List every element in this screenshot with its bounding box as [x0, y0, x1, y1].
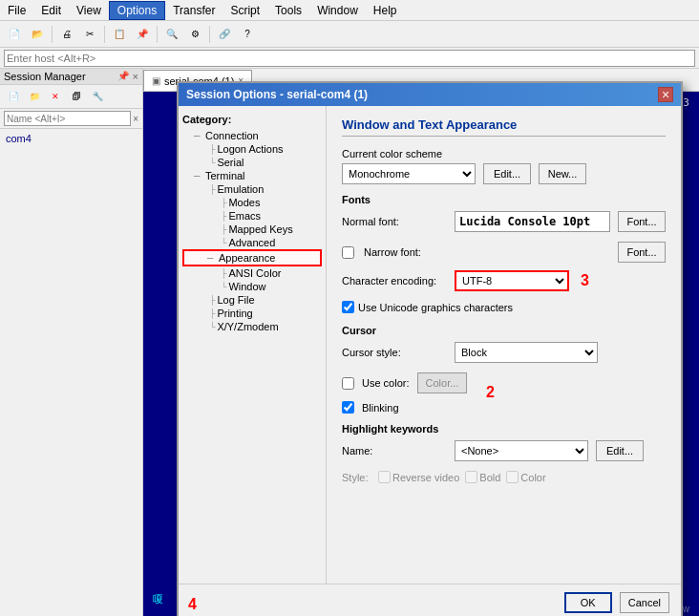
tree-xyzmodem[interactable]: └ X/Y/Zmodem	[182, 320, 322, 333]
connector-advanced: └	[221, 238, 226, 247]
color-scheme-edit-btn[interactable]: Edit...	[483, 163, 531, 184]
menu-transfer[interactable]: Transfer	[165, 2, 222, 19]
content-panel: Window and Text Appearance Current color…	[327, 106, 681, 584]
cursor-section-label: Cursor	[342, 325, 666, 336]
color-style-checkbox[interactable]	[506, 471, 519, 483]
highlight-name-select[interactable]: <None>	[455, 440, 588, 461]
terminal-text: 嗄	[153, 592, 163, 606]
encoding-label: Character encoding:	[342, 275, 447, 287]
sidebar-item-com4[interactable]: com4	[2, 131, 140, 146]
cancel-button[interactable]: Cancel	[620, 592, 669, 613]
tree-label-window: Window	[228, 281, 265, 292]
narrow-font-btn[interactable]: Font...	[618, 242, 666, 263]
open-button[interactable]: 📂	[27, 24, 48, 45]
sidebar-new-btn[interactable]: 📄	[4, 87, 23, 106]
use-color-row: Use color: Color...	[342, 372, 666, 393]
normal-font-row: Normal font: Lucida Console 10pt Font...	[342, 211, 666, 232]
ok-button[interactable]: OK	[564, 592, 612, 613]
tree-emacs[interactable]: ├ Emacs	[182, 209, 322, 223]
help-button[interactable]: ?	[237, 24, 258, 45]
paste-button[interactable]: 📌	[132, 24, 153, 45]
new-button[interactable]: 📄	[4, 24, 25, 45]
menubar: File Edit View Options Transfer Script T…	[0, 0, 699, 21]
connector-ansi: ├	[221, 268, 226, 278]
bold-checkbox[interactable]	[465, 471, 477, 483]
narrow-font-row: Narrow font: Font...	[342, 242, 666, 263]
sidebar-folder-btn[interactable]: 📁	[25, 87, 44, 106]
menu-options[interactable]: Options	[109, 1, 165, 20]
tree-mapped-keys[interactable]: ├ Mapped Keys	[182, 223, 322, 236]
menu-help[interactable]: Help	[366, 2, 405, 19]
reverse-video-text: Reverse video	[392, 472, 459, 483]
tree-terminal[interactable]: ─ Terminal	[182, 169, 322, 182]
tree-log-file[interactable]: ├ Log File	[182, 293, 322, 307]
session-options-dialog: Session Options - serial-com4 (1) × Cate…	[177, 81, 683, 616]
menu-window[interactable]: Window	[309, 2, 366, 19]
connect-button[interactable]: 🔗	[214, 24, 235, 45]
tree-connection[interactable]: ─ Connection	[182, 129, 322, 142]
tree-label-emacs: Emacs	[228, 210, 261, 222]
reverse-video-checkbox[interactable]	[378, 471, 391, 483]
tree-serial[interactable]: └ Serial	[182, 156, 322, 169]
section-title: Window and Text Appearance	[342, 117, 666, 137]
connector-mapped: ├	[221, 224, 226, 234]
sidebar-toolbar: 📄 📁 ✕ 🗐 🔧	[0, 85, 142, 109]
tree-label-connection: Connection	[205, 130, 259, 141]
sidebar-props-btn[interactable]: 🔧	[88, 87, 107, 106]
use-color-checkbox[interactable]	[342, 377, 354, 390]
menu-script[interactable]: Script	[222, 2, 267, 19]
print-button[interactable]: 🖨	[56, 24, 77, 45]
menu-edit[interactable]: Edit	[33, 2, 69, 19]
dialog-close-btn[interactable]: ×	[658, 87, 673, 102]
sidebar-delete-btn[interactable]: ✕	[46, 87, 65, 106]
sidebar-pin[interactable]: 📌	[117, 71, 129, 82]
connector-logon: ├	[209, 144, 215, 154]
narrow-font-checkbox[interactable]	[342, 246, 354, 259]
style-label: Style:	[342, 472, 372, 483]
cut-button[interactable]: ✂	[79, 24, 100, 45]
normal-font-btn[interactable]: Font...	[618, 211, 666, 232]
menu-tools[interactable]: Tools	[267, 2, 309, 19]
tree-window[interactable]: └ Window	[182, 280, 322, 293]
toolbar: 📄 📂 🖨 ✂ 📋 📌 🔍 ⚙ 🔗 ?	[0, 21, 699, 48]
connector-xyzmodem: └	[209, 322, 215, 331]
tree-logon-actions[interactable]: ├ Logon Actions	[182, 142, 322, 156]
highlight-edit-btn[interactable]: Edit...	[596, 440, 644, 461]
dialog-titlebar: Session Options - serial-com4 (1) ×	[179, 83, 681, 106]
tree-emulation[interactable]: ├ Emulation	[182, 182, 322, 196]
search-close-icon[interactable]: ×	[133, 114, 138, 124]
tree-printing[interactable]: ├ Printing	[182, 307, 322, 320]
tree-modes[interactable]: ├ Modes	[182, 196, 322, 209]
menu-file[interactable]: File	[0, 2, 33, 19]
tree-ansi-color[interactable]: ├ ANSI Color	[182, 266, 322, 280]
tree-advanced[interactable]: └ Advanced	[182, 236, 322, 249]
unicode-checkbox[interactable]	[342, 301, 354, 313]
find-button[interactable]: 🔍	[161, 24, 182, 45]
menu-view[interactable]: View	[69, 2, 109, 19]
expander-terminal: ─	[194, 171, 203, 181]
sidebar-close[interactable]: ×	[133, 71, 138, 82]
settings-button[interactable]: ⚙	[184, 24, 205, 45]
color-scheme-select[interactable]: Monochrome	[342, 163, 476, 184]
cursor-style-row: Cursor style: Block Underline Vertical B…	[342, 342, 666, 363]
copy-button[interactable]: 📋	[109, 24, 130, 45]
sep3	[157, 26, 158, 43]
blinking-checkbox[interactable]	[342, 401, 354, 414]
sidebar-header: Session Manager 📌 ×	[0, 69, 142, 85]
blinking-label: Blinking	[362, 402, 399, 414]
category-panel: Category: ─ Connection ├ Logon Actions └…	[179, 106, 327, 584]
host-input[interactable]	[4, 50, 695, 67]
tree-label-xyzmodem: X/Y/Zmodem	[217, 321, 278, 332]
tree-label-ansi: ANSI Color	[228, 267, 281, 279]
tree-appearance[interactable]: ─ Appearance	[182, 249, 322, 266]
dialog-footer: 4 OK Cancel	[179, 584, 681, 616]
color-scheme-new-btn[interactable]: New...	[539, 163, 586, 184]
encoding-select[interactable]: UTF-8	[455, 270, 569, 291]
session-search-input[interactable]	[4, 111, 131, 126]
sidebar-title: Session Manager	[4, 71, 86, 82]
color-btn[interactable]: Color...	[417, 372, 468, 393]
use-color-label: Use color:	[362, 377, 410, 389]
cursor-style-select[interactable]: Block Underline Vertical Bar	[455, 342, 598, 363]
sidebar-clone-btn[interactable]: 🗐	[67, 87, 86, 106]
sidebar-search: ×	[0, 109, 142, 129]
